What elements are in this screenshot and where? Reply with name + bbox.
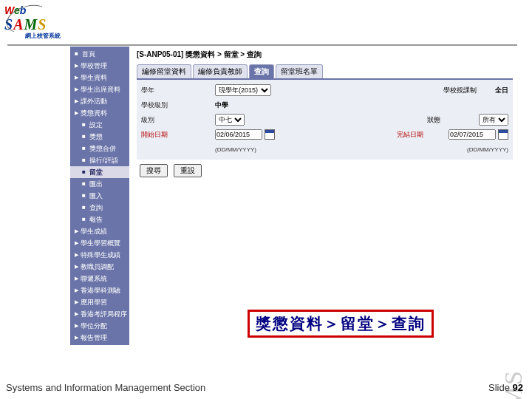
class-label: 級別 <box>141 115 215 125</box>
footer: Systems and Information Management Secti… <box>6 382 523 393</box>
sidebar-item[interactable]: ▶獎懲資料 <box>70 107 129 119</box>
class-level-end-value: 全日 <box>495 86 508 95</box>
chevron-right-icon: ▶ <box>75 274 78 283</box>
chevron-right-icon: ▶ <box>75 262 78 271</box>
tab[interactable]: 編修負責教師 <box>193 64 248 78</box>
logo-sams-text: SAMS <box>4 16 86 33</box>
logo-subtitle: 網上校管系統 <box>25 32 86 40</box>
sidebar-item-label: 獎懲資料 <box>81 109 107 117</box>
logo-web-text: Web <box>4 4 86 16</box>
bullet-icon: ■ <box>82 134 86 139</box>
tab[interactable]: 編修留堂資料 <box>137 64 191 78</box>
sidebar-item[interactable]: ▶聯遞系統 <box>70 273 129 284</box>
sidebar-item-label: 香港考評局程序 <box>81 310 127 318</box>
button-row: 搜尋 重設 <box>132 160 517 182</box>
bullet-icon: ■ <box>82 217 86 222</box>
chevron-right-icon: ▶ <box>75 250 78 259</box>
page-code: [S-ANP05-01] <box>137 50 183 58</box>
class-level-label: 學校級別 <box>141 100 215 110</box>
end-date-label: 完結日期 <box>397 130 449 140</box>
tab[interactable]: 留堂班名單 <box>276 64 323 78</box>
sidebar-item-label: 獎懲 <box>89 132 103 141</box>
date-format-hint: (DD/MM/YYYY) <box>215 146 415 153</box>
chevron-right-icon: ▶ <box>75 227 78 236</box>
chevron-right-icon: ▶ <box>75 321 78 330</box>
year-label: 學年 <box>141 86 215 95</box>
chevron-right-icon: ▶ <box>75 61 78 70</box>
class-level-end-label: 學校授課制 <box>443 86 495 95</box>
sidebar-item-label: 學生資料 <box>81 73 107 82</box>
footer-left: Systems and Information Management Secti… <box>6 382 205 393</box>
bullet-icon: ■ <box>82 146 86 151</box>
sidebar-item[interactable]: ▶學校管理 <box>70 60 129 72</box>
sidebar-item[interactable]: ■設定 <box>70 119 129 131</box>
sidebar-item[interactable]: ▶香港考評局程序 <box>70 308 129 320</box>
sidebar-item-label: 學校管理 <box>81 61 107 70</box>
sidebar-item[interactable]: ■操行/評語 <box>70 154 129 166</box>
sidebar-item[interactable]: ▶學生成績 <box>70 225 129 237</box>
slide-number: 92 <box>513 382 523 393</box>
sidebar-item[interactable]: ▶學生學習概覽 <box>70 237 129 249</box>
bullet-icon: ■ <box>82 158 86 163</box>
start-date-input[interactable] <box>215 129 262 140</box>
sidebar-item-label: 聯遞系統 <box>81 274 107 283</box>
chevron-right-icon: ▶ <box>75 286 78 295</box>
sidebar: ■首頁▶學校管理▶學生資料▶學生出席資料▶課外活動▶獎懲資料■設定■獎懲■獎懲合… <box>70 47 129 345</box>
sidebar-item-label: 操行/評語 <box>89 156 118 165</box>
status-select[interactable]: 所有 <box>479 114 508 126</box>
sidebar-item[interactable]: ■獎懲合併 <box>70 143 129 154</box>
form-panel: 學年 現學年(2015) 學校授課制 全日 學校級別 中學 <box>137 78 513 160</box>
bullet-icon: ■ <box>82 194 86 198</box>
sidebar-item[interactable]: ■查詢 <box>70 202 129 214</box>
sidebar-item-label: 查詢 <box>89 203 103 212</box>
footer-right: Slide 92 <box>488 382 523 393</box>
sidebar-item-label: 應用學習 <box>81 298 107 307</box>
slide-label: Slide <box>488 382 510 393</box>
sidebar-item[interactable]: ■留堂 <box>70 166 129 178</box>
sidebar-item-label: 學位分配 <box>81 321 107 330</box>
sidebar-item[interactable]: ■獎懲 <box>70 131 129 143</box>
chevron-right-icon: ▶ <box>75 97 78 106</box>
divider <box>7 44 517 46</box>
sidebar-item[interactable]: ▶教職員調配 <box>70 261 129 273</box>
sidebar-item[interactable]: ▶應用學習 <box>70 296 129 308</box>
bullet-icon: ■ <box>82 123 86 127</box>
end-date-input[interactable] <box>449 129 496 140</box>
sidebar-item-label: 香港學科測驗 <box>81 286 120 295</box>
sidebar-item[interactable]: ▶特殊學生成績 <box>70 249 129 261</box>
chevron-right-icon: ▶ <box>75 239 78 248</box>
sidebar-item[interactable]: ■首頁 <box>70 48 129 60</box>
breadcrumb: [S-ANP05-01] 獎懲資料 > 留堂 > 查詢 <box>132 47 517 63</box>
bullet-icon: ■ <box>82 182 86 186</box>
class-select[interactable]: 中七 <box>215 114 245 126</box>
app-screenshot: ■首頁▶學校管理▶學生資料▶學生出席資料▶課外活動▶獎懲資料■設定■獎懲■獎懲合… <box>70 47 517 342</box>
status-label: 狀態 <box>427 115 479 125</box>
sidebar-item[interactable]: ■匯入 <box>70 190 129 202</box>
bullet-icon: ■ <box>75 52 79 56</box>
sidebar-item[interactable]: ▶香港學科測驗 <box>70 284 129 296</box>
sidebar-item-label: 匯入 <box>89 191 103 200</box>
bullet-icon: ■ <box>82 205 86 210</box>
start-date-label: 開始日期 <box>141 130 215 140</box>
callout-box: 獎懲資料＞留堂＞查詢 <box>248 310 434 338</box>
tab[interactable]: 查詢 <box>249 64 274 78</box>
calendar-icon[interactable] <box>498 129 508 140</box>
sidebar-item[interactable]: ▶課外活動 <box>70 95 129 107</box>
sidebar-item[interactable]: ▶學生資料 <box>70 72 129 83</box>
logo: Web SAMS 網上校管系統 <box>4 4 86 49</box>
year-select[interactable]: 現學年(2015) <box>215 84 271 96</box>
sidebar-item[interactable]: ▶學位分配 <box>70 320 129 332</box>
sidebar-item-label: 報告 <box>89 215 103 224</box>
sidebar-item[interactable]: ■匯出 <box>70 178 129 190</box>
chevron-right-icon: ▶ <box>75 73 78 82</box>
sidebar-item[interactable]: ▶學生出席資料 <box>70 83 129 95</box>
class-level-value: 中學 <box>215 100 228 110</box>
sidebar-item-label: 課外活動 <box>81 97 107 106</box>
reset-button[interactable]: 重設 <box>174 164 202 177</box>
slide: Web SAMS 網上校管系統 ■首頁▶學校管理▶學生資料▶學生出席資料▶課外活… <box>0 0 532 399</box>
sidebar-item[interactable]: ■報告 <box>70 214 129 225</box>
calendar-icon[interactable] <box>265 129 275 140</box>
search-button[interactable]: 搜尋 <box>140 164 168 177</box>
sidebar-item[interactable]: ▶報告管理 <box>70 332 129 344</box>
bullet-icon: ■ <box>82 170 86 174</box>
